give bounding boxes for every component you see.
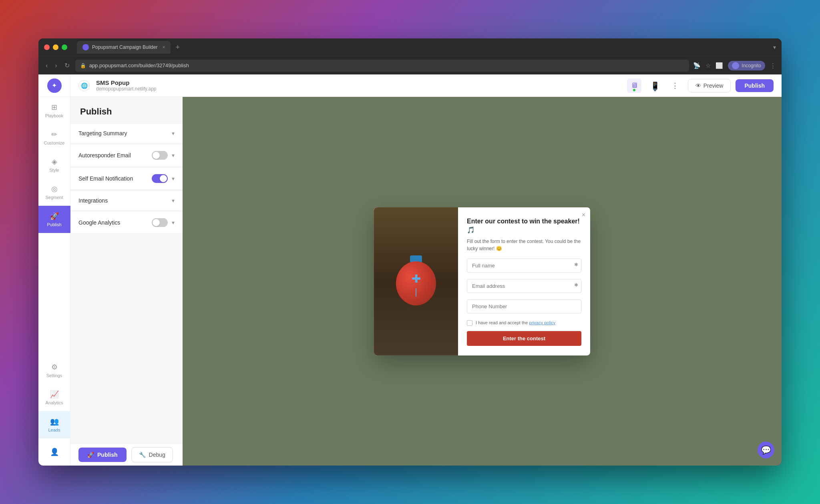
accordion-targeting-summary: Targeting Summary ▾ — [70, 123, 183, 143]
debug-button[interactable]: 🔧 Debug — [131, 447, 173, 462]
self-email-header[interactable]: Self Email Notification ▾ — [70, 168, 183, 189]
preview-eye-icon: 👁 — [695, 82, 701, 89]
sidebar-label-settings: Settings — [46, 373, 62, 378]
self-email-toggle[interactable] — [152, 174, 168, 183]
integrations-left: Integrations — [78, 197, 108, 204]
popup-image-side: ✚ | — [374, 207, 458, 355]
sidebar-item-segment[interactable]: ◎ Segment — [38, 179, 70, 206]
sidebar: ✦ ⊞ Playbook ✏ Customize ◈ Style ◎ S — [38, 74, 70, 466]
sidebar-label-analytics: Analytics — [45, 400, 63, 405]
sidebar-item-settings[interactable]: ⚙ Settings — [38, 357, 70, 384]
popup-close-button[interactable]: × — [582, 211, 585, 218]
new-tab-button[interactable]: + — [172, 43, 183, 52]
layout-icon[interactable]: ⬜ — [715, 62, 723, 69]
popup-modal: ✚ | × Enter our contest to win the speak… — [374, 207, 590, 355]
accordion-self-email: Self Email Notification ▾ — [70, 167, 183, 190]
autoresponder-left: Autoresponder Email — [78, 152, 131, 159]
full-name-required-star: ✱ — [574, 262, 578, 267]
mobile-device-button[interactable]: 📱 — [648, 78, 662, 93]
header-center: 🖥 📱 ⋮ — [627, 78, 681, 93]
active-tab[interactable]: Popupsmart Campaign Builder × — [77, 41, 171, 54]
privacy-checkbox[interactable] — [467, 320, 472, 326]
site-globe-icon: 🌐 — [78, 80, 90, 91]
lock-icon: 🔒 — [80, 63, 86, 68]
profile-name: Incognito — [742, 63, 761, 68]
bottom-bar: 🚀 Publish 🔧 Debug — [70, 443, 183, 466]
sidebar-item-customize[interactable]: ✏ Customize — [38, 124, 70, 151]
tab-close-button[interactable]: × — [162, 44, 165, 50]
publish-bottom-label: Publish — [97, 452, 118, 458]
left-panel-wrapper: Publish Targeting Summary ▾ — [70, 97, 183, 466]
sidebar-item-playbook[interactable]: ⊞ Playbook — [38, 97, 70, 124]
header-actions: 👁 Preview Publish — [688, 79, 774, 92]
integrations-header[interactable]: Integrations ▾ — [70, 191, 183, 210]
sidebar-item-helper[interactable]: 👤 — [38, 438, 70, 466]
popup-heading: Enter our contest to win the speaker! 🎵 — [467, 217, 581, 235]
autoresponder-title: Autoresponder Email — [78, 152, 131, 159]
privacy-text: I have read and accept the privacy polic… — [476, 320, 555, 326]
speaker-cross-mark: ✚ — [412, 272, 421, 285]
leads-icon: 👥 — [50, 417, 59, 426]
back-button[interactable]: ‹ — [44, 60, 49, 71]
publish-bottom-button[interactable]: 🚀 Publish — [78, 448, 127, 462]
bookmark-icon[interactable]: ☆ — [705, 62, 711, 69]
sidebar-bottom: ⚙ Settings 📈 Analytics 👥 Leads 👤 — [38, 357, 70, 466]
targeting-summary-left: Targeting Summary — [78, 130, 127, 137]
targeting-summary-title: Targeting Summary — [78, 130, 127, 137]
logo-symbol: ✦ — [52, 82, 57, 89]
sidebar-item-leads[interactable]: 👥 Leads — [38, 411, 70, 438]
google-analytics-header[interactable]: Google Analytics ▾ — [70, 212, 183, 233]
desktop-device-button[interactable]: 🖥 — [627, 78, 641, 93]
google-analytics-toggle[interactable] — [152, 218, 168, 227]
forward-button[interactable]: › — [53, 60, 58, 71]
integrations-chevron: ▾ — [172, 197, 175, 204]
logo-icon[interactable]: ✦ — [47, 78, 62, 93]
sidebar-item-analytics[interactable]: 📈 Analytics — [38, 384, 70, 411]
accordion-google-analytics: Google Analytics ▾ — [70, 211, 183, 234]
sidebar-label-leads: Leads — [48, 428, 60, 432]
sidebar-label-customize: Customize — [44, 141, 65, 145]
profile-badge[interactable]: Incognito — [728, 61, 765, 70]
autoresponder-header[interactable]: Autoresponder Email ▾ — [70, 145, 183, 166]
preview-button[interactable]: 👁 Preview — [688, 79, 731, 92]
targeting-summary-header[interactable]: Targeting Summary ▾ — [70, 124, 183, 143]
privacy-policy-link[interactable]: privacy policy — [529, 320, 555, 325]
autoresponder-toggle[interactable] — [152, 151, 168, 160]
self-email-controls: ▾ — [152, 174, 175, 183]
cast-icon[interactable]: 📡 — [693, 62, 701, 69]
profile-avatar — [732, 62, 739, 69]
full-name-input[interactable] — [467, 259, 581, 273]
browser-window: Popupsmart Campaign Builder × + ▾ ‹ › ↻ … — [38, 38, 782, 466]
traffic-lights — [44, 44, 67, 50]
email-input[interactable] — [467, 279, 581, 293]
sidebar-item-publish[interactable]: 🚀 Publish — [38, 206, 70, 233]
popup-form-side: × Enter our contest to win the speaker! … — [458, 207, 590, 355]
sidebar-item-style[interactable]: ◈ Style — [38, 151, 70, 179]
self-email-toggle-thumb — [160, 175, 167, 182]
full-name-wrap: ✱ — [467, 259, 581, 276]
publish-sidebar-icon: 🚀 — [50, 212, 59, 221]
app-content: ✦ ⊞ Playbook ✏ Customize ◈ Style ◎ S — [38, 74, 782, 466]
helper-icon: 👤 — [50, 448, 59, 456]
segment-icon: ◎ — [51, 185, 58, 193]
maximize-traffic-light[interactable] — [62, 44, 67, 50]
tab-title: Popupsmart Campaign Builder — [92, 44, 157, 50]
phone-input[interactable] — [467, 299, 581, 313]
chat-icon: 💬 — [761, 445, 771, 455]
tab-dropdown[interactable]: ▾ — [773, 44, 776, 50]
chat-widget-button[interactable]: 💬 — [758, 442, 774, 458]
mobile-dot — [654, 89, 656, 91]
close-traffic-light[interactable] — [44, 44, 50, 50]
browser-more-icon[interactable]: ⋮ — [770, 62, 776, 69]
url-text: app.popupsmart.com/builder/32749/publish — [89, 62, 189, 68]
phone-wrap — [467, 299, 581, 317]
targeting-summary-chevron: ▾ — [172, 130, 175, 137]
refresh-button[interactable]: ↻ — [63, 60, 71, 71]
header-more-button[interactable]: ⋮ — [669, 79, 681, 92]
address-bar[interactable]: 🔒 app.popupsmart.com/builder/32749/publi… — [75, 60, 689, 72]
page-header: 🌐 SMS Popup demopopupsmart.netlify.app 🖥… — [70, 74, 782, 97]
minimize-traffic-light[interactable] — [53, 44, 58, 50]
browser-titlebar: Popupsmart Campaign Builder × + ▾ — [38, 38, 782, 56]
popup-submit-button[interactable]: Enter the contest — [467, 331, 581, 346]
header-publish-button[interactable]: Publish — [736, 79, 774, 92]
